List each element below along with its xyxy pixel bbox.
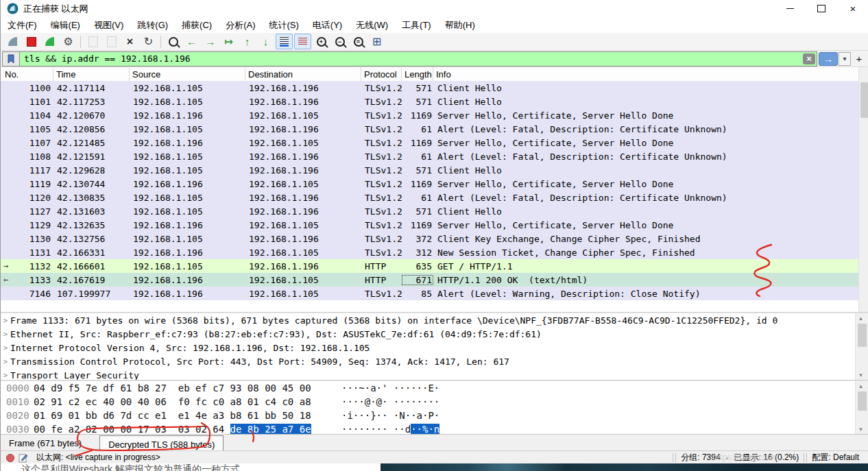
- column-header-destination[interactable]: Destination: [245, 67, 361, 81]
- go-last-packet-icon[interactable]: ↓: [257, 34, 274, 49]
- close-file-icon[interactable]: ×: [121, 34, 138, 49]
- filter-apply-icon[interactable]: →: [819, 52, 838, 66]
- expand-chevron-icon[interactable]: >: [1, 357, 10, 366]
- menu-bar: 文件(F)编辑(E)视图(V)跳转(G)捕获(C)分析(A)统计(S)电话(Y)…: [1, 17, 868, 34]
- go-back-icon[interactable]: ←: [183, 34, 200, 49]
- column-header-no[interactable]: No.: [1, 67, 53, 81]
- menu-item-8[interactable]: 无线(W): [349, 17, 395, 33]
- packet-list: 110042.117114192.168.1.105192.168.1.196T…: [1, 81, 858, 312]
- column-header-source[interactable]: Source: [130, 67, 245, 81]
- detail-line-0[interactable]: >Frame 1133: 671 bytes on wire (5368 bit…: [1, 313, 858, 327]
- packet-row-1104[interactable]: 110442.120670192.168.1.196192.168.1.105T…: [1, 108, 858, 122]
- resize-columns-icon[interactable]: ⊞: [368, 34, 385, 49]
- colorize-icon[interactable]: [294, 34, 311, 49]
- expert-info-icon[interactable]: [6, 454, 14, 462]
- hex-scrollbar[interactable]: ▲ ▼: [855, 381, 868, 434]
- menu-item-0[interactable]: 文件(F): [1, 17, 44, 33]
- go-first-packet-icon[interactable]: ↑: [239, 34, 256, 49]
- packet-row-1127[interactable]: 112742.131603192.168.1.105192.168.1.196T…: [1, 204, 858, 218]
- menu-item-2[interactable]: 视图(V): [87, 17, 130, 33]
- expand-chevron-icon[interactable]: >: [1, 330, 10, 339]
- expand-chevron-icon[interactable]: >: [1, 316, 10, 325]
- column-header-protocol[interactable]: Protocol: [361, 67, 402, 81]
- hex-offset: 0000: [6, 383, 29, 394]
- packet-row-1120[interactable]: 112042.130835192.168.1.105192.168.1.196T…: [1, 191, 858, 204]
- packet-count-label: 分组: 7394: [681, 452, 720, 463]
- stop-capture-icon[interactable]: [23, 34, 40, 49]
- background-webpage-image: [381, 463, 868, 471]
- open-file-icon[interactable]: [84, 34, 101, 49]
- menu-item-7[interactable]: 电话(Y): [306, 17, 349, 33]
- hex-ascii: ···~·a·' ······E·: [341, 383, 439, 394]
- close-button[interactable]: ×: [837, 0, 868, 17]
- hex-ascii: ·i···}·· ·N··a·P·: [341, 410, 439, 421]
- hex-row-0010[interactable]: 001002 91 c2 ec 40 00 40 06 f0 fc c0 a8 …: [1, 395, 858, 409]
- menu-item-5[interactable]: 分析(A): [219, 17, 262, 33]
- capture-status-text: 以太网: <live capture in progress>: [36, 452, 160, 463]
- status-bar: 以太网: <live capture in progress> 分组: 7394…: [1, 450, 868, 464]
- hex-row-0000[interactable]: 000004 d9 f5 7e df 61 b8 27 eb ef c7 93 …: [1, 381, 858, 395]
- menu-item-4[interactable]: 捕获(C): [175, 17, 219, 33]
- menu-item-3[interactable]: 跳转(G): [130, 17, 175, 33]
- column-header-info[interactable]: Info: [433, 67, 868, 81]
- packet-row-1101[interactable]: 110142.117253192.168.1.105192.168.1.196T…: [1, 95, 858, 108]
- packet-list-scrollbar[interactable]: [858, 67, 868, 312]
- detail-line-1[interactable]: >Ethernet II, Src: Raspberr_ef:c7:93 (b8…: [1, 327, 858, 341]
- packet-row-1129[interactable]: 112942.132635192.168.1.196192.168.1.105T…: [1, 218, 858, 232]
- packet-row-7146[interactable]: 7146107.199977192.168.1.196192.168.1.105…: [1, 287, 858, 300]
- zoom-out-icon[interactable]: −: [331, 34, 348, 49]
- packet-row-1117[interactable]: 111742.129628192.168.1.105192.168.1.196T…: [1, 163, 858, 177]
- filter-add-button[interactable]: +: [853, 53, 865, 65]
- capture-comment-icon[interactable]: [19, 453, 28, 463]
- menu-item-1[interactable]: 编辑(E): [44, 17, 87, 33]
- go-forward-icon[interactable]: →: [202, 34, 219, 49]
- hex-row-0020[interactable]: 002001 69 01 bb d6 7d cc e1 e1 4e a3 b8 …: [1, 409, 858, 422]
- zoom-normal-icon[interactable]: =: [350, 34, 367, 49]
- restart-capture-icon[interactable]: [41, 34, 58, 49]
- display-filter-input[interactable]: tls && ip.addr == 192.168.1.196 ×: [20, 51, 817, 67]
- detail-line-2[interactable]: >Internet Protocol Version 4, Src: 192.1…: [1, 341, 858, 354]
- filter-dropdown-icon[interactable]: ▾: [839, 52, 851, 66]
- filter-bookmark-button[interactable]: [2, 51, 20, 67]
- filter-clear-icon[interactable]: ×: [803, 53, 815, 64]
- hex-offset: 0010: [6, 396, 29, 407]
- packet-row-1108[interactable]: 110842.121591192.168.1.105192.168.1.196T…: [1, 149, 858, 163]
- profile-label[interactable]: 配置: Default: [812, 452, 859, 463]
- menu-item-9[interactable]: 工具(T): [395, 17, 438, 33]
- hex-offset: 0030: [6, 424, 29, 434]
- bookmark-icon: [8, 54, 14, 64]
- zoom-in-icon[interactable]: +: [313, 34, 330, 49]
- packet-row-1133[interactable]: 1133←42.167619192.168.1.196192.168.1.105…: [1, 273, 858, 287]
- packet-row-1130[interactable]: 113042.132756192.168.1.105192.168.1.196T…: [1, 232, 858, 245]
- go-to-packet-icon[interactable]: ↦: [220, 34, 237, 49]
- packet-row-1107[interactable]: 110742.121485192.168.1.196192.168.1.105T…: [1, 136, 858, 149]
- packet-row-1119[interactable]: 111942.130744192.168.1.196192.168.1.105T…: [1, 177, 858, 191]
- start-capture-icon[interactable]: [4, 34, 21, 49]
- minimize-button[interactable]: [774, 0, 806, 17]
- byte-view-tab-0[interactable]: Frame (671 bytes): [1, 435, 90, 451]
- column-header-length[interactable]: Length: [402, 67, 433, 81]
- menu-item-6[interactable]: 统计(S): [262, 17, 305, 33]
- background-webpage-text: 这个是利用Wireshark 解密报文较为普通的一种方式。: [21, 463, 250, 471]
- packet-row-1131[interactable]: 113142.166331192.168.1.196192.168.1.105T…: [1, 245, 858, 259]
- toolbar-separator: [80, 36, 81, 48]
- save-file-icon[interactable]: [103, 34, 120, 49]
- maximize-button[interactable]: [806, 0, 837, 17]
- window-title: 正在捕获 以太网: [23, 3, 88, 15]
- expand-chevron-icon[interactable]: >: [1, 371, 10, 380]
- detail-scrollbar[interactable]: ▲ ▼: [855, 313, 868, 380]
- capture-options-icon[interactable]: ⚙: [60, 34, 77, 49]
- expand-chevron-icon[interactable]: >: [1, 343, 10, 352]
- column-header-time[interactable]: Time: [53, 67, 130, 81]
- packet-row-1105[interactable]: 110542.120856192.168.1.105192.168.1.196T…: [1, 122, 858, 136]
- packet-row-1100[interactable]: 110042.117114192.168.1.105192.168.1.196T…: [1, 81, 858, 95]
- menu-item-10[interactable]: 帮助(H): [438, 17, 482, 33]
- detail-line-4[interactable]: >Transport Layer Security: [1, 368, 858, 380]
- auto-scroll-icon[interactable]: [276, 34, 293, 49]
- find-packet-icon[interactable]: [165, 34, 182, 49]
- hex-row-0030[interactable]: 003000 fe a2 82 00 00 17 03 03 02 64 de …: [1, 422, 858, 434]
- hex-offset: 0020: [6, 410, 29, 421]
- detail-line-3[interactable]: >Transmission Control Protocol, Src Port…: [1, 354, 858, 368]
- packet-row-1132[interactable]: 1132→42.166601192.168.1.105192.168.1.196…: [1, 259, 858, 273]
- reload-file-icon[interactable]: ↻: [140, 34, 157, 49]
